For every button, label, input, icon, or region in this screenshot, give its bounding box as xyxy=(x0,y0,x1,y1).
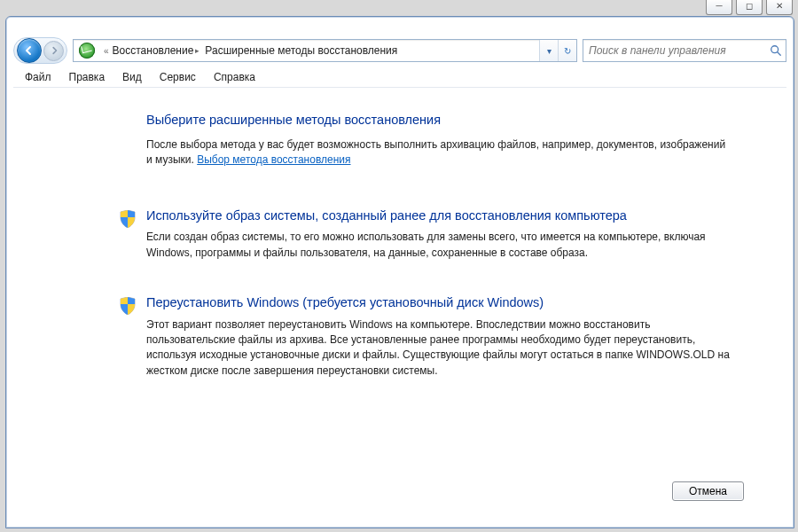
back-button[interactable] xyxy=(17,38,42,63)
search-icon[interactable] xyxy=(766,44,786,57)
option-system-image-desc: Если создан образ системы, то его можно … xyxy=(146,230,733,261)
option-reinstall-windows[interactable]: Переустановить Windows (требуется устано… xyxy=(146,294,733,379)
menu-tools[interactable]: Сервис xyxy=(152,69,204,85)
address-dropdown-button[interactable]: ▾ xyxy=(539,40,558,61)
page-title: Выберите расширенные методы восстановлен… xyxy=(146,113,733,127)
control-panel-window: « Восстановление ▸ Расширенные методы во… xyxy=(5,16,794,528)
navbar: « Восстановление ▸ Расширенные методы во… xyxy=(13,36,786,65)
svg-line-1 xyxy=(778,52,781,56)
option-system-image-title[interactable]: Используйте образ системы, созданный ран… xyxy=(146,207,733,225)
nav-history-buttons xyxy=(13,37,67,64)
search-box[interactable] xyxy=(583,39,786,62)
window-controls: ─ ◻ ✕ xyxy=(706,0,793,15)
footer: Отмена xyxy=(20,481,779,501)
option-system-image[interactable]: Используйте образ системы, созданный ран… xyxy=(146,207,733,261)
shield-icon xyxy=(120,210,136,228)
page-intro: После выбора метода у вас будет возможно… xyxy=(146,137,733,168)
menu-file[interactable]: Файл xyxy=(17,69,59,85)
refresh-button[interactable]: ↻ xyxy=(558,40,576,61)
menu-help[interactable]: Справка xyxy=(206,69,263,85)
minimize-button[interactable]: ─ xyxy=(706,0,732,15)
breadcrumb-advanced-methods[interactable]: Расширенные методы восстановления xyxy=(205,44,397,57)
option-reinstall-desc: Этот вариант позволяет переустановить Wi… xyxy=(146,317,733,379)
close-button[interactable]: ✕ xyxy=(766,0,793,15)
recovery-icon xyxy=(79,43,95,59)
breadcrumb-root-icon: « xyxy=(104,46,109,56)
maximize-button[interactable]: ◻ xyxy=(736,0,763,15)
address-bar[interactable]: « Восстановление ▸ Расширенные методы во… xyxy=(73,39,577,62)
menu-bar: Файл Правка Вид Сервис Справка xyxy=(13,67,786,88)
menu-view[interactable]: Вид xyxy=(114,69,150,85)
cancel-button[interactable]: Отмена xyxy=(672,481,744,501)
shield-icon xyxy=(120,297,136,315)
content-area: Выберите расширенные методы восстановлен… xyxy=(13,88,786,520)
menu-edit[interactable]: Правка xyxy=(61,69,113,85)
chevron-right-icon: ▸ xyxy=(195,46,200,55)
search-input[interactable] xyxy=(583,44,766,57)
breadcrumb-recovery[interactable]: Восстановление xyxy=(113,44,194,57)
choose-method-link[interactable]: Выбор метода восстановления xyxy=(197,153,350,166)
forward-button[interactable] xyxy=(43,41,64,61)
option-reinstall-title[interactable]: Переустановить Windows (требуется устано… xyxy=(146,294,733,312)
